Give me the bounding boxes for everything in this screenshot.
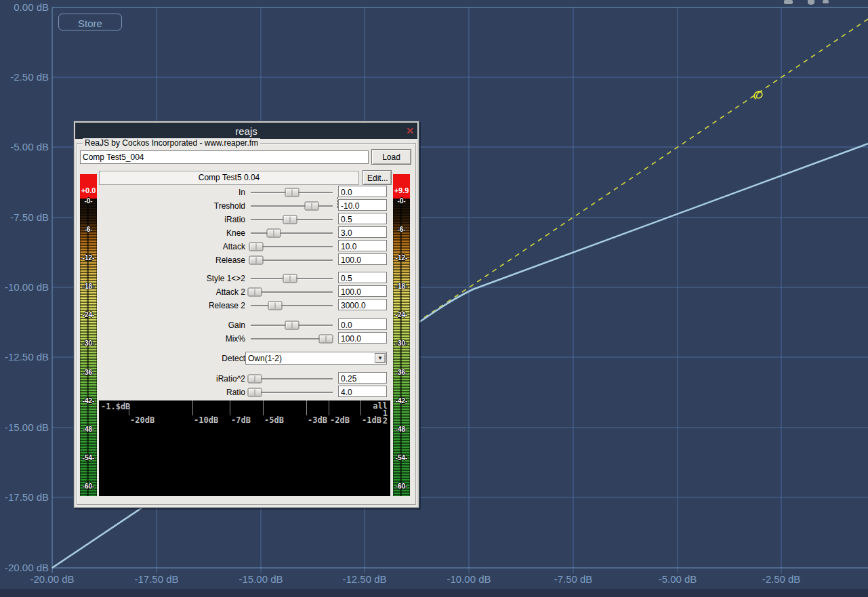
param-row-detect: Detect Own(1-2) ▼ bbox=[99, 352, 392, 365]
display-tick bbox=[230, 400, 230, 415]
meter-mark: -18- bbox=[80, 283, 97, 290]
display-readout: -1.$dB bbox=[101, 402, 130, 411]
param-value-field[interactable]: 0.25 bbox=[338, 372, 387, 384]
detect-combobox[interactable]: Own(1-2) ▼ bbox=[245, 352, 387, 365]
reajs-window: reajs ✕ ReaJS by Cockos Incorporated - w… bbox=[73, 121, 419, 508]
param-row-mix: Mix% 100.0 bbox=[99, 333, 392, 345]
param-value-field[interactable]: 10.0 bbox=[338, 240, 387, 251]
param-row-attack2: Attack 2 100.0 bbox=[99, 286, 392, 298]
param-label: Detect bbox=[99, 354, 245, 363]
display-tick bbox=[306, 400, 307, 415]
meter-mark: -24- bbox=[80, 311, 97, 318]
meter-mark: -6- bbox=[393, 226, 410, 233]
display-tick bbox=[192, 400, 193, 415]
slider-track[interactable] bbox=[251, 192, 333, 193]
meter-mark: -42- bbox=[393, 397, 410, 405]
y-axis-label: -10.00 dB bbox=[1, 282, 49, 293]
param-value-field[interactable]: 0.5 bbox=[338, 213, 387, 224]
slider-thumb[interactable] bbox=[248, 375, 262, 384]
param-row-iratio: iRatio 0.5 bbox=[99, 213, 392, 226]
meter-right: +9.9 -0- -6- -12- -18- -24- -30- -36- -4… bbox=[393, 174, 410, 496]
slider-thumb[interactable] bbox=[304, 202, 318, 211]
param-value-field[interactable]: 4.0 bbox=[338, 386, 387, 397]
param-value-field[interactable]: 100.0 bbox=[338, 253, 387, 265]
slider-track[interactable] bbox=[251, 378, 333, 379]
display-scale-label: -2dB bbox=[330, 415, 350, 425]
slider-track[interactable] bbox=[251, 205, 333, 207]
param-value-field[interactable]: 3.0 bbox=[338, 226, 387, 238]
slider-thumb[interactable] bbox=[285, 188, 299, 197]
param-value-field[interactable]: 3000.0 bbox=[338, 299, 387, 310]
param-value-field[interactable]: 100.0 bbox=[338, 285, 387, 297]
slider-thumb[interactable] bbox=[248, 388, 262, 397]
x-axis-label: -20.00 dB bbox=[8, 574, 96, 585]
slider-track[interactable] bbox=[251, 338, 333, 339]
display-scale-label: -5dB bbox=[264, 415, 284, 425]
meter-mark: -0- bbox=[80, 197, 97, 205]
close-icon[interactable]: ✕ bbox=[402, 125, 417, 136]
slider-thumb[interactable] bbox=[319, 335, 333, 344]
y-axis-label: -17.50 dB bbox=[1, 492, 49, 503]
param-value-field[interactable]: 100.0 bbox=[338, 332, 387, 344]
slider-track[interactable] bbox=[251, 325, 333, 326]
store-button[interactable]: Store bbox=[58, 14, 122, 30]
load-button[interactable]: Load bbox=[371, 149, 411, 165]
preset-name-input[interactable]: Comp Test5_004 bbox=[80, 150, 369, 164]
display-scale-label: -7dB bbox=[231, 415, 251, 425]
meter-mark: -60- bbox=[393, 482, 410, 490]
param-value-field[interactable]: 0.0 bbox=[338, 318, 387, 330]
display-scale-label: -10dB bbox=[194, 415, 218, 425]
edit-button[interactable]: Edit... bbox=[363, 170, 392, 185]
display-channel-2: 2 bbox=[383, 416, 388, 426]
meter-mark: -0- bbox=[393, 197, 410, 205]
detect-value[interactable]: Own(1-2) bbox=[245, 352, 387, 365]
param-value-field[interactable]: 0.0 bbox=[338, 186, 387, 197]
gain-reduction-display: -1.$dB all 1 2 -20dB -10dB -7dB -5dB -3d… bbox=[99, 400, 390, 496]
param-row-ratio: Ratio 4.0 bbox=[99, 386, 392, 398]
x-axis-label: 0.00 dB bbox=[845, 574, 868, 585]
slider-thumb[interactable] bbox=[248, 288, 262, 297]
meter-right-bar: -0- -6- -12- -18- -24- -30- -36- -42- -4… bbox=[393, 199, 410, 496]
meter-mark: -48- bbox=[80, 426, 97, 433]
param-label: Attack 2 bbox=[99, 287, 245, 297]
slider-track[interactable] bbox=[251, 232, 333, 234]
slider-track[interactable] bbox=[251, 291, 333, 293]
slider-track[interactable] bbox=[251, 219, 333, 220]
slider-track[interactable] bbox=[251, 392, 333, 393]
param-value-field[interactable]: 0.5 bbox=[338, 272, 387, 283]
slider-thumb[interactable] bbox=[249, 256, 264, 265]
meter-mark: -60- bbox=[80, 482, 97, 490]
slider-track[interactable] bbox=[251, 305, 333, 306]
y-axis-label: -20.00 dB bbox=[1, 562, 49, 573]
slider-thumb[interactable] bbox=[285, 321, 299, 330]
param-row-style: Style 1<>2 0.5 bbox=[99, 272, 392, 285]
meter-mark: -42- bbox=[80, 397, 97, 405]
param-label: Ratio bbox=[99, 388, 245, 397]
chevron-down-icon[interactable]: ▼ bbox=[375, 353, 386, 363]
meter-mark: -36- bbox=[393, 369, 410, 376]
param-value-field[interactable]: -10.0 bbox=[338, 199, 387, 211]
y-axis-label: -15.00 dB bbox=[1, 422, 49, 433]
meter-mark: -54- bbox=[80, 454, 97, 461]
slider-thumb[interactable] bbox=[268, 302, 283, 310]
x-axis-label: -17.50 dB bbox=[112, 574, 201, 585]
param-label: Release bbox=[99, 255, 245, 265]
param-row-knee: Knee 3.0 bbox=[99, 227, 392, 239]
slider-thumb[interactable] bbox=[283, 215, 297, 224]
slider-track[interactable] bbox=[251, 278, 333, 279]
display-scale-label: -1dB bbox=[362, 415, 381, 425]
slider-thumb[interactable] bbox=[283, 274, 297, 283]
slider-thumb[interactable] bbox=[249, 243, 264, 251]
param-row-attack: Attack 10.0 bbox=[99, 241, 392, 253]
param-label: In bbox=[99, 188, 245, 197]
slider-track[interactable] bbox=[251, 246, 333, 247]
display-scale-label: -3dB bbox=[308, 415, 327, 425]
meter-mark: -48- bbox=[393, 426, 410, 433]
slider-track[interactable] bbox=[251, 260, 333, 261]
slider-thumb[interactable] bbox=[266, 229, 281, 238]
window-title: reajs bbox=[90, 125, 402, 137]
meter-mark: -12- bbox=[393, 254, 410, 262]
window-titlebar[interactable]: reajs ✕ bbox=[75, 123, 417, 139]
curve-handle-icon bbox=[754, 91, 762, 99]
plugin-body: ReaJS by Cockos Incorporated - www.reape… bbox=[75, 139, 417, 507]
